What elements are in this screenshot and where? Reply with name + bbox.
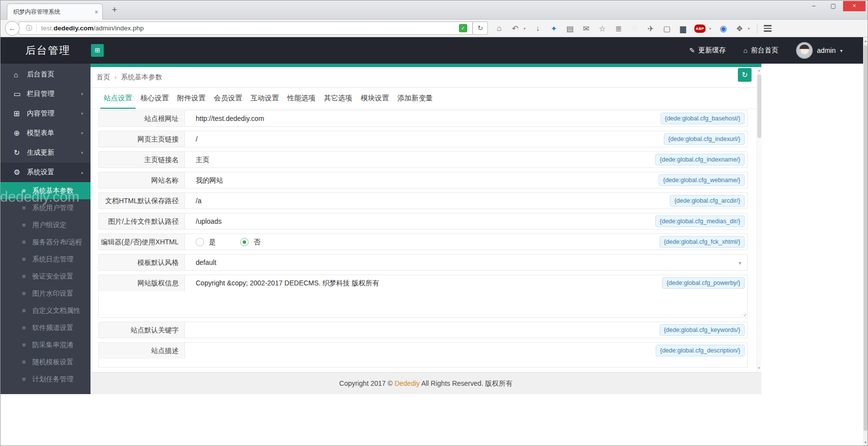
sidebar-subitem-random-template[interactable]: ≡ 随机模板设置 — [0, 353, 91, 371]
refresh-button[interactable]: ↻ — [738, 68, 752, 82]
sidebar-subitem-custom-fields[interactable]: ≡ 自定义文档属性 — [0, 302, 91, 319]
divider — [36, 24, 37, 32]
list-icon: ≡ — [22, 324, 32, 331]
field-label: 文档HTML默认保存路径 — [99, 193, 185, 209]
tab-other-options[interactable]: 其它选项 — [320, 88, 356, 109]
scrollbar-thumb[interactable] — [864, 45, 868, 431]
sidebar-subitem-watermark[interactable]: ≡ 图片水印设置 — [0, 285, 91, 302]
sidebar-item-system-settings[interactable]: ⚙ 系统设置 ▴ — [0, 163, 91, 182]
bird-extension-icon[interactable]: ✦ — [549, 24, 559, 33]
radio-selected-icon[interactable] — [240, 238, 249, 246]
front-home-link[interactable]: ⌂ 前台首页 — [743, 46, 778, 55]
scroll-down-icon[interactable]: ▼ — [863, 441, 868, 444]
back-button[interactable]: ← — [5, 21, 20, 36]
field-label: 站点描述 — [99, 343, 185, 359]
tablet-icon[interactable]: ▤ — [565, 24, 575, 33]
site-info-icon[interactable]: ⓘ — [19, 24, 36, 33]
maximize-button[interactable]: ▢ — [823, 1, 843, 11]
sidebar-subitem-user-group[interactable]: ≡ 用户组设定 — [0, 216, 91, 234]
sidebar-item-models[interactable]: ⊕ 模型表单 ▾ — [0, 123, 91, 143]
send-plane-icon[interactable]: ✈ — [646, 24, 656, 33]
breadcrumb-home[interactable]: 首页 — [96, 73, 110, 82]
browser-tab[interactable]: 织梦内容管理系统 × — [7, 3, 103, 20]
divider — [757, 23, 757, 33]
address-bar[interactable]: ⓘ test.dedediy.com/admin/index.php ✓ — [19, 22, 473, 35]
user-menu[interactable]: admin ▾ — [796, 42, 843, 59]
username: admin — [817, 47, 836, 54]
tab-close-icon[interactable]: × — [91, 8, 102, 16]
arcdir-input[interactable]: /a — [185, 193, 747, 209]
field-label: 网页主页链接 — [99, 131, 185, 147]
tab-interaction-settings[interactable]: 互动设置 — [247, 88, 282, 109]
extension-icon[interactable]: ❖ — [734, 24, 744, 33]
sidebar-subitem-verify-security[interactable]: ≡ 验证安全设置 — [0, 268, 91, 285]
update-cache-link[interactable]: ✎ 更新缓存 — [689, 46, 726, 55]
scroll-up-icon[interactable]: ▲ — [757, 69, 761, 72]
radio-option-yes[interactable]: 是 — [196, 234, 216, 250]
radio-unselected-icon[interactable] — [196, 238, 204, 246]
adblock-caret-icon[interactable]: ▾ — [708, 26, 712, 31]
form-row-medias-dir: 图片/上传文件默认路径 /uploads {dede:global.cfg_me… — [98, 213, 748, 230]
scroll-up-icon[interactable]: ▲ — [863, 39, 868, 43]
tab-attachment-settings[interactable]: 附件设置 — [174, 88, 209, 109]
field-label: 网站名称 — [99, 172, 185, 188]
undo-icon[interactable]: ↶ — [510, 24, 520, 33]
sidebar-item-content[interactable]: ⊞ 内容管理 ▾ — [0, 104, 91, 123]
sidebar-toggle-icon[interactable]: ▢ — [662, 24, 672, 33]
footer-brand-link[interactable]: Dedediy — [394, 379, 419, 387]
mic-extension-icon[interactable]: ◉ — [718, 23, 728, 34]
sidebar-subitem-software-channel[interactable]: ≡ 软件频道设置 — [0, 319, 91, 336]
browser-scrollbar[interactable]: ▲ ▼ — [863, 37, 868, 446]
clipboard-icon[interactable]: ≣ — [614, 24, 623, 33]
scrollbar-thumb[interactable] — [757, 74, 761, 138]
sidebar-subitem-task-schedule[interactable]: ≡ 计划任务管理 — [0, 371, 91, 388]
sidebar-subitem-basic-params[interactable]: ≡ 系统基本参数 — [0, 182, 91, 199]
template-tag: {dede:global.cfg_indexurl/} — [664, 133, 745, 145]
tab-member-settings[interactable]: 会员设置 — [210, 88, 246, 109]
downloads-icon[interactable]: ↓ — [533, 24, 543, 33]
radio-option-no[interactable]: 否 — [240, 234, 260, 250]
tab-core-settings[interactable]: 核心设置 — [137, 88, 172, 109]
new-tab-button[interactable]: + — [109, 5, 120, 15]
home-icon: ⌂ — [743, 47, 747, 54]
select-caret-icon[interactable]: ▾ — [738, 260, 741, 266]
tab-site-settings[interactable]: 站点设置 — [100, 88, 136, 109]
tab-performance-options[interactable]: 性能选项 — [284, 88, 319, 109]
sidebar-subitem-user-manage[interactable]: ≡ 系统用户管理 — [0, 199, 91, 216]
sidebar-subitem-system-log[interactable]: ≡ 系统日志管理 — [0, 251, 91, 268]
sidebar-item-admin-home[interactable]: ⌂ 后台首页 — [0, 65, 91, 84]
mail-icon[interactable]: ✉ — [581, 24, 591, 33]
bookmark-star-icon[interactable]: ☆ — [597, 24, 607, 33]
sidebar-subitem-anti-collect[interactable]: ≡ 防采集串混淆 — [0, 336, 91, 353]
sidebar-collapse-button[interactable]: ⊞ — [91, 44, 104, 57]
menu-hamburger-icon[interactable] — [764, 24, 772, 32]
content-scrollbar[interactable]: ▲ ▼ — [756, 67, 761, 371]
sidebar-subitem-server-remote[interactable]: ≡ 服务器分布/远程 — [0, 234, 91, 251]
security-shield-icon[interactable]: ✓ — [459, 24, 467, 32]
indexurl-input[interactable]: / — [185, 131, 747, 147]
folder-icon[interactable]: ▆ — [678, 24, 688, 33]
adblock-icon[interactable]: ABP — [694, 24, 706, 33]
app-brand: 后台管理 — [25, 37, 70, 64]
minimize-button[interactable]: – — [804, 1, 823, 11]
field-label: 模板默认风格 — [99, 255, 185, 270]
tab-add-variable[interactable]: 添加新变量 — [394, 88, 436, 109]
sidebar-item-generate[interactable]: ↻ 生成更新 ▾ — [0, 143, 91, 163]
form-row-powerby: 网站版权信息 Copyright &copy; 2002-2017 DEDECM… — [98, 275, 748, 318]
chevron-down-icon: ▾ — [81, 92, 83, 96]
scroll-down-icon[interactable]: ▼ — [757, 366, 761, 370]
template-style-select[interactable]: default — [185, 255, 747, 270]
home-icon[interactable]: ⌂ — [494, 24, 504, 33]
monitor-icon: ▭ — [14, 90, 27, 98]
extension-caret-icon[interactable]: ▾ — [747, 26, 751, 31]
url-text[interactable]: test.dedediy.com/admin/index.php — [41, 24, 144, 32]
settings-form: 站点根网址 http://test.dedediy.com {dede:glob… — [91, 109, 761, 394]
sidebar-item-columns[interactable]: ▭ 栏目管理 ▾ — [0, 84, 91, 104]
reload-button[interactable]: ↻ — [473, 22, 488, 35]
list-icon: ≡ — [22, 290, 32, 297]
rss-icon[interactable]: ◌ — [630, 24, 640, 33]
tab-module-settings[interactable]: 模块设置 — [357, 88, 392, 109]
list-icon: ≡ — [22, 204, 32, 211]
close-button[interactable]: × — [843, 1, 866, 11]
undo-caret-icon[interactable]: ▾ — [523, 26, 526, 31]
